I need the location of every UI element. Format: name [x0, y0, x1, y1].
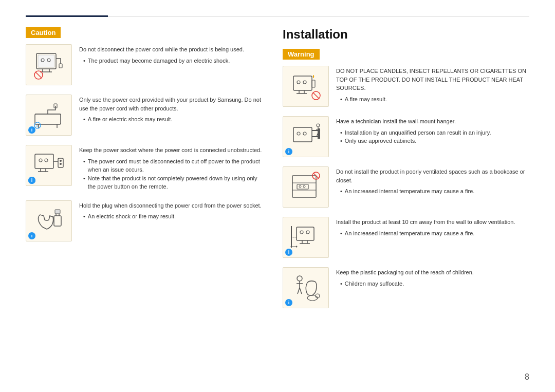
warning-icon-1 — [283, 66, 329, 107]
warning-bullet-2-1: Installation by an unqualified person ca… — [340, 128, 529, 137]
svg-line-73 — [300, 288, 302, 294]
badge-r5: i — [285, 299, 292, 306]
svg-text:i: i — [36, 124, 38, 128]
tv-spacing-icon — [289, 222, 323, 253]
page-container: Caution — [0, 0, 555, 392]
warning-item-3: Do not install the product in poorly ven… — [283, 166, 529, 208]
svg-point-60 — [306, 231, 309, 234]
caution-icon-3: i i — [26, 145, 72, 186]
svg-line-38 — [313, 92, 319, 99]
svg-point-41 — [303, 132, 306, 135]
warning-text-1: DO NOT PLACE CANDLES, INSECT REPELLANTS … — [336, 66, 529, 103]
bullet-2-1: A fire or electric shock may result. — [83, 115, 262, 124]
warning-icon-4: i — [283, 217, 329, 258]
main-columns: Caution — [26, 27, 529, 377]
svg-point-55 — [303, 185, 305, 188]
badge-2: i — [28, 126, 35, 134]
installation-title: Installation — [283, 27, 529, 42]
warning-item-1: DO NOT PLACE CANDLES, INSECT REPELLANTS … — [283, 66, 529, 107]
caution-item-4: i Hold the plug when disconnecting the p… — [26, 200, 262, 241]
top-rules — [26, 15, 529, 17]
svg-point-69 — [297, 276, 302, 281]
svg-point-54 — [299, 185, 301, 188]
caution-header: Caution — [26, 27, 61, 38]
caution-icon-2: i i — [26, 95, 72, 136]
svg-rect-17 — [35, 154, 53, 169]
badge-4: i — [28, 232, 35, 239]
warning-bullet-5-1: Children may suffocate. — [340, 279, 529, 288]
svg-rect-26 — [54, 216, 61, 226]
caution-text-1: Do not disconnect the power cord while t… — [79, 44, 262, 65]
warning-main-4: Install the product at least 10 cm away … — [336, 218, 529, 227]
svg-rect-53 — [297, 184, 308, 189]
svg-rect-36 — [312, 80, 315, 87]
warning-icon-2: i — [283, 116, 329, 157]
svg-line-72 — [298, 288, 300, 294]
warning-header: Warning — [283, 49, 320, 60]
svg-rect-7 — [59, 64, 62, 68]
rule-light — [108, 16, 529, 16]
warning-text-4: Install the product at least 10 cm away … — [336, 217, 529, 237]
warning-text-2: Have a technician install the wall-mount… — [336, 116, 529, 145]
warning-item-5: i Keep the plastic packaging out of the … — [283, 267, 529, 308]
main-text-4: Hold the plug when disconnecting the pow… — [79, 201, 262, 210]
warning-bullet-2-2: Only use approved cabinets. — [340, 137, 529, 145]
main-text-3: Keep the power socket where the power co… — [79, 146, 262, 155]
caution-text-3: Keep the power socket where the power co… — [79, 145, 262, 191]
warning-icon-5: i — [283, 267, 329, 308]
svg-point-25 — [60, 163, 62, 165]
svg-point-24 — [60, 160, 62, 162]
svg-point-19 — [45, 159, 48, 162]
svg-rect-50 — [292, 176, 316, 197]
warning-main-2: Have a technician install the wall-mount… — [336, 117, 529, 126]
caution-item-2: i i Only use the power cord provided wit… — [26, 95, 262, 136]
caution-text-4: Hold the plug when disconnecting the pow… — [79, 200, 262, 221]
warning-main-1: DO NOT PLACE CANDLES, INSECT REPELLANTS … — [336, 67, 529, 92]
svg-point-31 — [297, 81, 300, 84]
caution-item-1: Do not disconnect the power cord while t… — [26, 44, 262, 85]
svg-rect-58 — [297, 227, 314, 240]
svg-rect-30 — [293, 76, 312, 90]
svg-line-9 — [35, 72, 42, 78]
bullet-3-1: The power cord must be disconnected to c… — [83, 157, 262, 174]
right-column: Installation Warning — [283, 27, 529, 377]
tv-cabinet-icon — [289, 172, 323, 202]
warning-text-5: Keep the plastic packaging out of the re… — [336, 267, 529, 288]
svg-marker-68 — [296, 246, 298, 248]
caution-icon-4: i — [26, 200, 72, 241]
svg-point-59 — [300, 231, 303, 234]
svg-point-74 — [307, 295, 318, 301]
left-column: Caution — [26, 27, 262, 377]
bullet-1-1: The product may become damaged by an ele… — [83, 57, 262, 65]
svg-point-18 — [39, 159, 42, 162]
warning-bullet-4-1: An increased internal temperature may ca… — [340, 229, 529, 238]
svg-rect-29 — [55, 210, 60, 214]
warning-item-2: i Have a technician install the wall-mou… — [283, 116, 529, 157]
main-text-1: Do not disconnect the power cord while t… — [79, 45, 262, 54]
bullet-3-2: Note that the product is not completely … — [83, 174, 262, 191]
caution-text-2: Only use the power cord provided with yo… — [79, 95, 262, 124]
tv-mount-icon — [289, 121, 323, 152]
warning-text-3: Do not install the product in poorly ven… — [336, 166, 529, 196]
tv-socket-icon — [32, 150, 66, 181]
svg-point-40 — [297, 132, 300, 135]
caution-icon-1 — [26, 44, 72, 85]
tv-candle-icon — [289, 71, 323, 102]
caution-item-3: i i Keep the power socket where the powe… — [26, 145, 262, 191]
badge-r4: i — [285, 249, 292, 256]
tv-box-icon: i — [32, 100, 66, 130]
main-text-2: Only use the power cord provided with yo… — [79, 96, 262, 113]
badge-3: i — [28, 177, 35, 184]
plug-pull-icon — [32, 206, 66, 236]
page-number: 8 — [525, 372, 529, 382]
warning-item-4: i Install the product at least 10 cm awa… — [283, 217, 529, 258]
svg-rect-1 — [38, 55, 54, 67]
warning-main-5: Keep the plastic packaging out of the re… — [336, 268, 529, 277]
svg-point-32 — [303, 81, 306, 84]
bullet-4-1: An electric shock or fire may result. — [83, 212, 262, 221]
tv-plug-icon — [32, 49, 66, 80]
warning-bullet-3-1: An increased internal temperature may ca… — [340, 187, 529, 196]
rule-dark — [26, 15, 108, 17]
warning-icon-3 — [283, 166, 329, 208]
warning-main-3: Do not install the product in poorly ven… — [336, 167, 529, 184]
